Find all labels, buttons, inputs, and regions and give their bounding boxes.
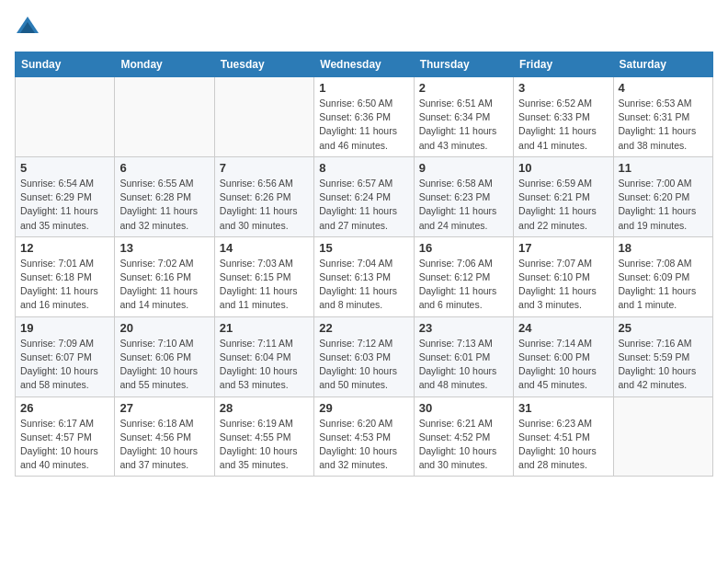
calendar-cell: 12Sunrise: 7:01 AM Sunset: 6:18 PM Dayli… (16, 236, 115, 316)
day-number: 13 (119, 241, 209, 255)
day-number: 30 (419, 401, 508, 415)
calendar-cell: 7Sunrise: 6:56 AM Sunset: 6:26 PM Daylig… (214, 156, 313, 236)
calendar-week-0: 1Sunrise: 6:50 AM Sunset: 6:36 PM Daylig… (16, 77, 713, 157)
day-number: 15 (319, 241, 408, 255)
day-info: Sunrise: 6:20 AM Sunset: 4:53 PM Dayligh… (319, 417, 408, 473)
day-info: Sunrise: 6:54 AM Sunset: 6:29 PM Dayligh… (20, 177, 109, 233)
header-thursday: Thursday (414, 52, 513, 77)
calendar-cell: 23Sunrise: 7:13 AM Sunset: 6:01 PM Dayli… (414, 316, 513, 396)
day-info: Sunrise: 7:11 AM Sunset: 6:04 PM Dayligh… (220, 337, 309, 393)
day-number: 31 (518, 401, 608, 415)
day-info: Sunrise: 6:18 AM Sunset: 4:56 PM Dayligh… (119, 417, 209, 473)
day-number: 23 (419, 321, 508, 335)
day-number: 8 (319, 161, 408, 175)
calendar-cell: 3Sunrise: 6:52 AM Sunset: 6:33 PM Daylig… (514, 77, 613, 157)
day-info: Sunrise: 7:14 AM Sunset: 6:00 PM Dayligh… (518, 337, 608, 393)
calendar-week-3: 19Sunrise: 7:09 AM Sunset: 6:07 PM Dayli… (16, 316, 713, 396)
day-number: 17 (518, 241, 608, 255)
calendar-cell: 17Sunrise: 7:07 AM Sunset: 6:10 PM Dayli… (514, 236, 613, 316)
calendar-cell: 16Sunrise: 7:06 AM Sunset: 6:12 PM Dayli… (414, 236, 513, 316)
calendar-cell: 25Sunrise: 7:16 AM Sunset: 5:59 PM Dayli… (613, 316, 712, 396)
day-info: Sunrise: 7:06 AM Sunset: 6:12 PM Dayligh… (419, 257, 508, 313)
day-number: 9 (419, 161, 508, 175)
day-number: 5 (20, 161, 109, 175)
calendar-cell: 4Sunrise: 6:53 AM Sunset: 6:31 PM Daylig… (613, 77, 712, 157)
calendar-cell: 10Sunrise: 6:59 AM Sunset: 6:21 PM Dayli… (514, 156, 613, 236)
calendar-cell: 19Sunrise: 7:09 AM Sunset: 6:07 PM Dayli… (16, 316, 115, 396)
day-number: 11 (619, 161, 708, 175)
day-number: 20 (119, 321, 209, 335)
logo (15, 15, 44, 40)
header-friday: Friday (514, 52, 613, 77)
day-number: 2 (419, 81, 508, 95)
header-saturday: Saturday (613, 52, 712, 77)
calendar-cell: 26Sunrise: 6:17 AM Sunset: 4:57 PM Dayli… (16, 396, 115, 477)
day-info: Sunrise: 7:08 AM Sunset: 6:09 PM Dayligh… (619, 257, 708, 313)
logo-icon (15, 15, 40, 40)
day-number: 14 (220, 241, 309, 255)
calendar-cell: 29Sunrise: 6:20 AM Sunset: 4:53 PM Dayli… (314, 396, 414, 477)
day-number: 12 (20, 241, 109, 255)
day-info: Sunrise: 6:51 AM Sunset: 6:34 PM Dayligh… (419, 97, 508, 153)
day-number: 24 (518, 321, 608, 335)
calendar-week-4: 26Sunrise: 6:17 AM Sunset: 4:57 PM Dayli… (16, 396, 713, 477)
calendar-cell: 27Sunrise: 6:18 AM Sunset: 4:56 PM Dayli… (115, 396, 214, 477)
header-wednesday: Wednesday (314, 52, 414, 77)
day-number: 28 (220, 401, 309, 415)
day-info: Sunrise: 7:02 AM Sunset: 6:16 PM Dayligh… (119, 257, 209, 313)
day-number: 7 (220, 161, 309, 175)
calendar-cell: 11Sunrise: 7:00 AM Sunset: 6:20 PM Dayli… (613, 156, 712, 236)
day-info: Sunrise: 7:12 AM Sunset: 6:03 PM Dayligh… (319, 337, 408, 393)
calendar-cell: 28Sunrise: 6:19 AM Sunset: 4:55 PM Dayli… (214, 396, 313, 477)
day-info: Sunrise: 7:16 AM Sunset: 5:59 PM Dayligh… (619, 337, 708, 393)
day-info: Sunrise: 6:52 AM Sunset: 6:33 PM Dayligh… (518, 97, 608, 153)
calendar-cell: 18Sunrise: 7:08 AM Sunset: 6:09 PM Dayli… (613, 236, 712, 316)
page-header (15, 15, 713, 40)
day-info: Sunrise: 7:04 AM Sunset: 6:13 PM Dayligh… (319, 257, 408, 313)
calendar-cell: 6Sunrise: 6:55 AM Sunset: 6:28 PM Daylig… (115, 156, 214, 236)
header-sunday: Sunday (16, 52, 115, 77)
day-info: Sunrise: 6:50 AM Sunset: 6:36 PM Dayligh… (319, 97, 408, 153)
day-info: Sunrise: 6:53 AM Sunset: 6:31 PM Dayligh… (619, 97, 708, 153)
header-tuesday: Tuesday (214, 52, 313, 77)
day-info: Sunrise: 7:00 AM Sunset: 6:20 PM Dayligh… (619, 177, 708, 233)
calendar-cell (115, 77, 214, 157)
day-number: 26 (20, 401, 109, 415)
day-info: Sunrise: 7:01 AM Sunset: 6:18 PM Dayligh… (20, 257, 109, 313)
calendar-cell: 24Sunrise: 7:14 AM Sunset: 6:00 PM Dayli… (514, 316, 613, 396)
day-number: 1 (319, 81, 408, 95)
calendar-table: SundayMondayTuesdayWednesdayThursdayFrid… (15, 52, 713, 477)
calendar-week-1: 5Sunrise: 6:54 AM Sunset: 6:29 PM Daylig… (16, 156, 713, 236)
calendar-week-2: 12Sunrise: 7:01 AM Sunset: 6:18 PM Dayli… (16, 236, 713, 316)
day-info: Sunrise: 7:13 AM Sunset: 6:01 PM Dayligh… (419, 337, 508, 393)
calendar-cell (214, 77, 313, 157)
calendar-cell: 14Sunrise: 7:03 AM Sunset: 6:15 PM Dayli… (214, 236, 313, 316)
day-info: Sunrise: 7:07 AM Sunset: 6:10 PM Dayligh… (518, 257, 608, 313)
calendar-cell: 30Sunrise: 6:21 AM Sunset: 4:52 PM Dayli… (414, 396, 513, 477)
day-number: 10 (518, 161, 608, 175)
day-number: 21 (220, 321, 309, 335)
day-info: Sunrise: 6:21 AM Sunset: 4:52 PM Dayligh… (419, 417, 508, 473)
calendar-cell: 20Sunrise: 7:10 AM Sunset: 6:06 PM Dayli… (115, 316, 214, 396)
day-info: Sunrise: 7:09 AM Sunset: 6:07 PM Dayligh… (20, 337, 109, 393)
calendar-cell: 21Sunrise: 7:11 AM Sunset: 6:04 PM Dayli… (214, 316, 313, 396)
day-info: Sunrise: 6:57 AM Sunset: 6:24 PM Dayligh… (319, 177, 408, 233)
calendar-cell: 15Sunrise: 7:04 AM Sunset: 6:13 PM Dayli… (314, 236, 414, 316)
calendar-cell: 1Sunrise: 6:50 AM Sunset: 6:36 PM Daylig… (314, 77, 414, 157)
day-number: 25 (619, 321, 708, 335)
day-info: Sunrise: 7:03 AM Sunset: 6:15 PM Dayligh… (220, 257, 309, 313)
day-info: Sunrise: 6:23 AM Sunset: 4:51 PM Dayligh… (518, 417, 608, 473)
day-number: 18 (619, 241, 708, 255)
day-info: Sunrise: 6:17 AM Sunset: 4:57 PM Dayligh… (20, 417, 109, 473)
day-number: 19 (20, 321, 109, 335)
calendar-cell: 2Sunrise: 6:51 AM Sunset: 6:34 PM Daylig… (414, 77, 513, 157)
calendar-cell: 22Sunrise: 7:12 AM Sunset: 6:03 PM Dayli… (314, 316, 414, 396)
day-info: Sunrise: 7:10 AM Sunset: 6:06 PM Dayligh… (119, 337, 209, 393)
day-info: Sunrise: 6:55 AM Sunset: 6:28 PM Dayligh… (119, 177, 209, 233)
calendar-cell (16, 77, 115, 157)
calendar-cell: 5Sunrise: 6:54 AM Sunset: 6:29 PM Daylig… (16, 156, 115, 236)
header-monday: Monday (115, 52, 214, 77)
day-number: 29 (319, 401, 408, 415)
calendar-cell: 31Sunrise: 6:23 AM Sunset: 4:51 PM Dayli… (514, 396, 613, 477)
day-info: Sunrise: 6:58 AM Sunset: 6:23 PM Dayligh… (419, 177, 508, 233)
